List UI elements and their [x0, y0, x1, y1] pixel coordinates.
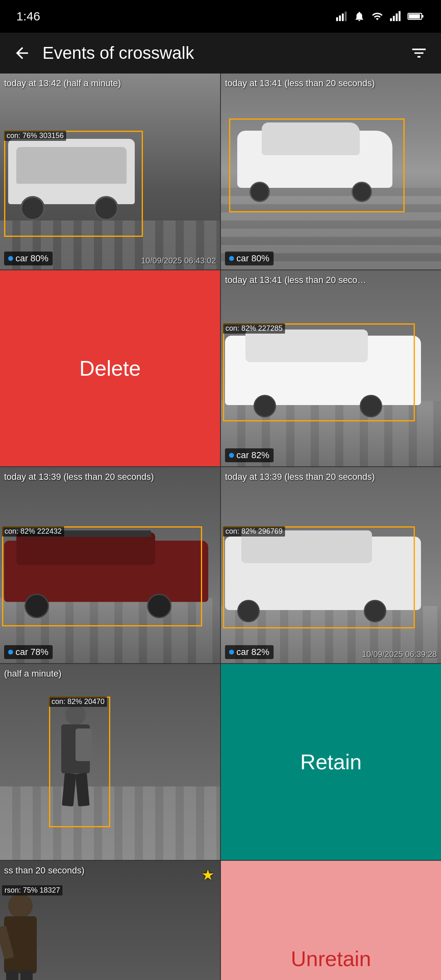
timestamp-3: today at 13:41 (less than 20 seco… — [225, 274, 366, 286]
svg-rect-6 — [396, 13, 398, 21]
notification-icon — [354, 11, 365, 22]
conf-label-4: con: 82% 222432 — [2, 526, 64, 537]
event-cell-retain-action[interactable]: Retain — [221, 664, 441, 860]
status-bar: 1:46 — [0, 0, 441, 33]
event-cell-7[interactable]: rson: 75% 18327 ss than 20 seconds) ★ — [0, 861, 220, 980]
timestamp-5: today at 13:39 (less than 20 seconds) — [225, 471, 375, 483]
event-cell-delete-action[interactable]: Delete — [0, 270, 220, 466]
svg-rect-10 — [422, 15, 423, 18]
label-badge-5: car 82% — [225, 645, 274, 659]
event-cell-4[interactable]: con: 82% 222432 today at 13:39 (less tha… — [0, 467, 220, 663]
detection-box-1 — [4, 131, 143, 237]
date-overlay-1: 10/09/2025 06:43:02 — [141, 256, 216, 265]
battery-icon — [408, 11, 425, 22]
svg-rect-0 — [336, 17, 338, 21]
detection-box-3 — [223, 323, 415, 421]
timestamp-6: (half a minute) — [4, 668, 62, 680]
detection-box-6 — [49, 697, 110, 827]
event-cell-6[interactable]: con: 82% 20470 (half a minute) — [0, 664, 220, 860]
timestamp-4: today at 13:39 (less than 20 seconds) — [4, 471, 154, 483]
events-grid: con: 76% 303156 today at 13:42 (half a m… — [0, 74, 441, 980]
timestamp-1: today at 13:42 (half a minute) — [4, 78, 121, 89]
event-cell-3[interactable]: con: 82% 227285 today at 13:41 (less tha… — [221, 270, 441, 466]
detection-box-4 — [2, 526, 202, 626]
detection-box-5 — [223, 526, 415, 628]
svg-rect-3 — [345, 11, 347, 21]
svg-rect-9 — [409, 14, 420, 19]
svg-rect-4 — [390, 18, 392, 21]
svg-rect-2 — [342, 13, 344, 21]
status-icons — [336, 11, 425, 22]
back-button[interactable] — [10, 41, 34, 65]
star-icon-7: ★ — [201, 866, 214, 884]
svg-rect-1 — [339, 16, 341, 21]
timestamp-2: today at 13:41 (less than 20 seconds) — [225, 78, 375, 89]
timestamp-7: ss than 20 seconds) — [4, 865, 85, 877]
bars-icon — [390, 11, 401, 22]
detection-box-2 — [229, 118, 405, 212]
page-title: Events of crosswalk — [42, 43, 399, 63]
conf-label-6: con: 82% 20470 — [49, 697, 107, 707]
conf-label-3: con: 82% 227285 — [223, 323, 285, 334]
status-time: 1:46 — [16, 9, 40, 23]
conf-label-1: con: 76% 303156 — [4, 131, 66, 141]
label-badge-4: car 78% — [4, 645, 53, 659]
event-cell-unretain-action[interactable]: Unretain — [221, 861, 441, 980]
event-cell-2[interactable]: today at 13:41 (less than 20 seconds) ca… — [221, 74, 441, 270]
event-cell-1[interactable]: con: 76% 303156 today at 13:42 (half a m… — [0, 74, 220, 270]
wifi-icon — [372, 11, 383, 22]
unretain-action-overlay: Unretain — [221, 861, 441, 980]
svg-rect-5 — [393, 16, 395, 21]
label-badge-1: car 80% — [4, 252, 53, 265]
app-bar: Events of crosswalk — [0, 33, 441, 74]
conf-label-7: rson: 75% 18327 — [2, 885, 62, 895]
delete-action-overlay: Delete — [0, 270, 220, 466]
label-badge-2: car 80% — [225, 252, 274, 265]
date-overlay-5: 10/09/2025 06:39:28 — [362, 650, 437, 659]
retain-action-overlay: Retain — [221, 664, 441, 860]
event-cell-5[interactable]: con: 82% 296769 today at 13:39 (less tha… — [221, 467, 441, 663]
signal-icon — [336, 11, 347, 22]
label-badge-3: car 82% — [225, 448, 274, 462]
svg-rect-7 — [399, 11, 401, 21]
conf-label-5: con: 82% 296769 — [223, 526, 285, 537]
filter-button[interactable] — [407, 41, 431, 65]
